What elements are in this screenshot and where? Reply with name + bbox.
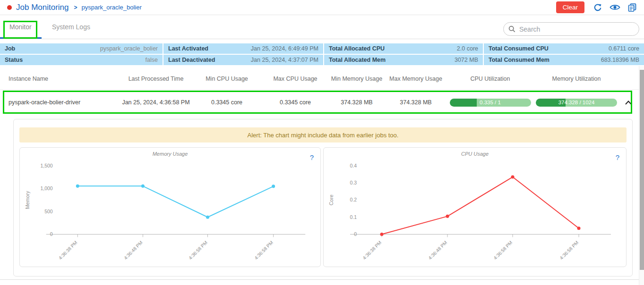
summary-label: Job	[5, 45, 15, 52]
summary-cell-total-allocated-mem: Total Allocated Mem 3072 MB	[324, 55, 483, 65]
cpu-utilization-bar-label: 0.335 / 1	[450, 99, 531, 107]
instance-table-header: Instance Name Last Processed Time Min CP…	[0, 68, 639, 90]
summary-value: Jan 25, 2024, 6:49:49 PM	[251, 45, 318, 52]
svg-text:0.4: 0.4	[350, 163, 357, 168]
refresh-icon[interactable]	[593, 3, 602, 12]
svg-text:Memory: Memory	[25, 191, 30, 209]
summary-label: Total Allocated Mem	[329, 57, 386, 63]
svg-text:0.3: 0.3	[350, 180, 357, 185]
last-processed-time-cell: Jan 25, 2024, 4:36:58 PM	[120, 99, 191, 106]
svg-text:Core: Core	[328, 194, 334, 205]
page-title[interactable]: Job Monitoring	[16, 3, 69, 12]
min-mem-cell: 374.328 MB	[328, 99, 385, 106]
collapse-chevron-up-icon[interactable]	[625, 101, 632, 105]
summary-label: Last Deactivated	[168, 57, 215, 63]
tab-bar: Monitor System Logs	[0, 15, 644, 39]
svg-text:1,000: 1,000	[40, 185, 52, 191]
bottom-divider	[0, 279, 639, 280]
search-icon	[508, 25, 515, 33]
charts-row: Memory Usage ? 05001,0001,500Memory4:36:…	[19, 147, 627, 267]
summary-cell-total-allocated-cpu: Total Allocated CPU 2.0 core	[324, 43, 483, 54]
summary-cell-job: Job pyspark_oracle_bolier	[0, 43, 163, 54]
memory-utilization-bar: 374.328 / 1024	[536, 99, 617, 107]
summary-value: Jan 25, 2024, 4:37:07 PM	[251, 57, 318, 63]
memory-usage-chart: Memory Usage ? 05001,0001,500Memory4:36:…	[19, 147, 321, 267]
svg-text:4:36:38 PM: 4:36:38 PM	[362, 240, 383, 260]
vertical-scrollbar[interactable]	[639, 66, 644, 285]
summary-cell-last-activated: Last Activated Jan 25, 2024, 6:49:49 PM	[163, 43, 323, 54]
col-header-min-cpu: Min CPU Usage	[191, 75, 262, 82]
svg-text:4:36:58 PM: 4:36:58 PM	[493, 240, 514, 260]
summary-cell-status: Status false	[0, 55, 163, 65]
svg-text:4:36:58 PM: 4:36:58 PM	[559, 240, 580, 260]
svg-text:0.2: 0.2	[350, 197, 357, 202]
col-header-instance-name: Instance Name	[0, 75, 120, 82]
summary-value: false	[146, 57, 158, 63]
summary-cell-last-deactivated: Last Deactivated Jan 25, 2024, 4:37:07 P…	[163, 55, 323, 65]
svg-text:500: 500	[44, 209, 53, 214]
cpu-utilization-bar: 0.335 / 1	[450, 99, 531, 107]
max-mem-cell: 374.328 MB	[385, 99, 447, 106]
svg-text:1,500: 1,500	[40, 163, 52, 168]
clear-button[interactable]: Clear	[556, 1, 584, 13]
summary-label: Status	[5, 57, 23, 63]
svg-text:4:36:38 PM: 4:36:38 PM	[58, 240, 78, 260]
chevron-right-icon: >	[74, 4, 77, 11]
svg-text:4:36:48 PM: 4:36:48 PM	[428, 240, 448, 260]
svg-text:0.1: 0.1	[350, 214, 357, 220]
breadcrumb-current: pyspark_oracle_bolier	[82, 4, 142, 11]
instance-name-cell: pyspark-oracle-bolier-driver	[0, 99, 120, 106]
svg-text:4:36:48 PM: 4:36:48 PM	[123, 240, 144, 260]
summary-label: Total Consumed Mem	[489, 57, 550, 63]
summary-value: pyspark_oracle_bolier	[100, 45, 158, 52]
active-tab-underline	[0, 37, 42, 39]
status-dot-icon	[7, 5, 12, 10]
search-input[interactable]	[519, 25, 634, 33]
vertical-scrollbar-thumb[interactable]	[640, 70, 644, 270]
min-cpu-cell: 0.3345 core	[191, 99, 262, 106]
svg-text:4:36:58 PM: 4:36:58 PM	[188, 240, 208, 260]
col-header-cpu-utilization: CPU Utilization	[447, 75, 534, 82]
col-header-min-mem: Min Memory Usage	[328, 75, 385, 82]
tab-system-logs[interactable]: System Logs	[52, 15, 90, 39]
summary-label: Last Activated	[168, 45, 208, 52]
summary-value: 0.6711 core	[609, 45, 639, 52]
svg-text:0: 0	[354, 231, 357, 237]
summary-cell-total-consumed-mem: Total Consumed Mem 683.18396 MB	[484, 55, 644, 65]
alert-banner: Alert: The chart might include data from…	[19, 127, 627, 142]
tab-monitor[interactable]: Monitor	[9, 15, 32, 39]
logs-icon[interactable]	[627, 3, 637, 12]
col-header-last-processed-time: Last Processed Time	[120, 75, 191, 82]
search-box[interactable]	[503, 22, 639, 36]
summary-cell-total-consumed-cpu: Total Consumed CPU 0.6711 core	[484, 43, 644, 54]
memory-utilization-cell: 374.328 / 1024	[534, 99, 619, 107]
cpu-utilization-cell: 0.335 / 1	[447, 99, 534, 107]
alert-text: Alert: The chart might include data from…	[248, 132, 399, 139]
max-cpu-cell: 0.3345 core	[262, 99, 328, 106]
top-bar: Job Monitoring > pyspark_oracle_bolier C…	[0, 0, 644, 15]
col-header-max-mem: Max Memory Usage	[385, 75, 447, 82]
summary-value: 3072 MB	[455, 57, 478, 63]
col-header-memory-utilization: Memory Utilization	[534, 75, 619, 82]
col-header-max-cpu: Max CPU Usage	[262, 75, 328, 82]
summary-value: 2.0 core	[457, 45, 478, 52]
summary-label: Total Allocated CPU	[329, 45, 385, 52]
cpu-usage-chart: CPU Usage ? 00.10.20.30.4Core4:36:38 PM4…	[323, 147, 627, 267]
instance-detail-card: Alert: The chart might include data from…	[13, 119, 633, 277]
svg-text:0: 0	[50, 231, 53, 237]
svg-text:4:36:58 PM: 4:36:58 PM	[253, 240, 274, 260]
memory-utilization-bar-label: 374.328 / 1024	[536, 99, 617, 107]
summary-label: Total Consumed CPU	[489, 45, 549, 52]
eye-icon[interactable]	[610, 4, 620, 11]
instance-table-row[interactable]: pyspark-oracle-bolier-driver Jan 25, 202…	[0, 92, 639, 113]
job-summary-grid: Job pyspark_oracle_bolier Last Activated…	[0, 43, 644, 65]
summary-value: 683.18396 MB	[601, 57, 639, 63]
